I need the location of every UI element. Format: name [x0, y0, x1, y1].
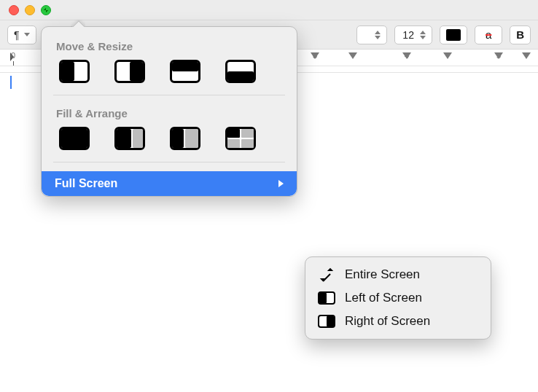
tab-stop-marker[interactable] [522, 52, 531, 59]
arrange-two-left-button[interactable] [114, 127, 145, 150]
right-of-screen-label: Right of Screen [345, 314, 430, 329]
ruler-number: 0 [11, 51, 15, 60]
tab-stop-marker[interactable] [348, 52, 357, 59]
tab-stop-marker[interactable] [494, 52, 503, 59]
entire-screen-item[interactable]: Entire Screen [305, 263, 491, 286]
snap-bottom-half-button[interactable] [225, 60, 256, 83]
left-half-icon [317, 291, 336, 305]
fullscreen-triangles-icon [43, 7, 49, 13]
tab-stop-marker[interactable] [311, 52, 319, 59]
fill-screen-button[interactable] [59, 127, 90, 150]
titlebar [0, 0, 538, 20]
right-of-screen-item[interactable]: Right of Screen [305, 310, 491, 333]
text-color-icon: a [481, 28, 496, 42]
minimize-window-button[interactable] [25, 5, 35, 15]
paragraph-style-dropdown[interactable]: ¶ [7, 26, 36, 44]
snap-top-half-button[interactable] [170, 60, 200, 83]
snap-left-half-button[interactable] [59, 60, 90, 83]
font-size-value: 12 [401, 29, 416, 41]
tab-stop-marker[interactable] [402, 52, 411, 59]
entire-screen-label: Entire Screen [345, 267, 420, 282]
left-of-screen-item[interactable]: Left of Screen [305, 286, 491, 310]
move-resize-row [42, 60, 297, 95]
close-window-button[interactable] [9, 5, 19, 15]
divider [53, 95, 285, 95]
fullscreen-window-button[interactable] [41, 5, 51, 15]
bold-label: B [516, 28, 524, 41]
arrange-three-pane-button[interactable] [170, 127, 200, 150]
text-cursor [10, 76, 12, 89]
ruler-tick [13, 61, 14, 66]
full-screen-label: Full Screen [55, 177, 117, 190]
divider [53, 162, 285, 162]
color-swatch-icon [446, 29, 461, 41]
font-family-dropdown[interactable] [356, 26, 387, 44]
text-background-color-button[interactable] [440, 26, 467, 44]
caret-down-icon [24, 33, 30, 36]
updown-caret-icon [375, 31, 381, 39]
popover-arrow [71, 20, 85, 27]
left-of-screen-label: Left of Screen [345, 291, 422, 305]
pilcrow-icon: ¶ [14, 29, 20, 41]
window-snap-popover: Move & Resize Fill & Arrange Full Screen [41, 26, 297, 197]
expand-arrows-icon [317, 267, 336, 282]
text-color-button[interactable]: a [475, 26, 502, 44]
full-screen-submenu: Entire Screen Left of Screen Right of Sc… [305, 256, 491, 340]
right-half-icon [317, 314, 336, 329]
chevron-right-icon [278, 180, 284, 187]
snap-right-half-button[interactable] [114, 60, 145, 83]
bold-button[interactable]: B [510, 26, 531, 44]
section-title-fill-arrange: Fill & Arrange [42, 104, 297, 127]
updown-caret-icon [420, 31, 426, 39]
section-title-move-resize: Move & Resize [42, 37, 297, 60]
full-screen-menu-item[interactable]: Full Screen [42, 171, 297, 196]
arrange-quarters-button[interactable] [225, 127, 256, 150]
font-size-stepper[interactable]: 12 [394, 26, 432, 44]
tab-stop-marker[interactable] [443, 52, 452, 59]
fill-arrange-row [42, 127, 297, 162]
